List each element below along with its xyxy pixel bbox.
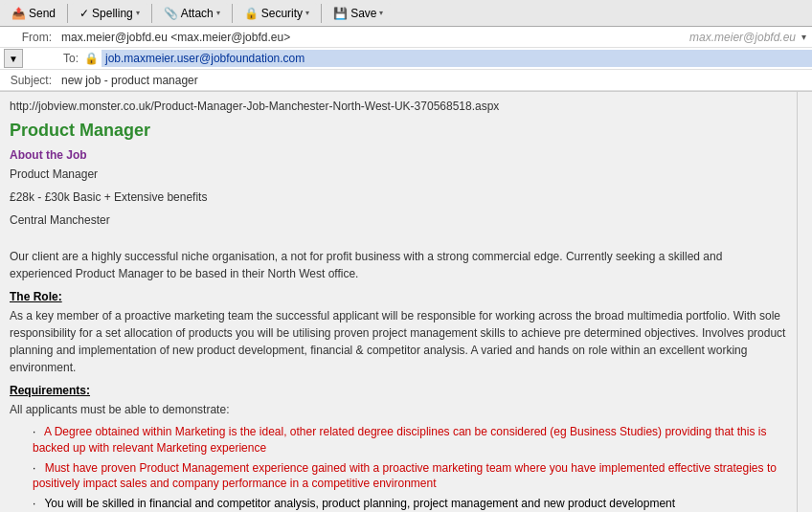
job-title: Product Manager (10, 121, 787, 141)
job-details-line3: Central Manchester (10, 211, 787, 229)
from-value: max.meier@jobfd.eu <max.meier@jobfd.eu> (57, 29, 686, 46)
list-item: You will be skilled in financial and com… (33, 496, 787, 512)
send-icon: 📤 (11, 7, 26, 20)
save-icon: 💾 (333, 7, 348, 20)
toolbar: 📤 Send ✓ Spelling ▾ 📎 Attach ▾ 🔒 Securit… (0, 0, 812, 27)
separator3 (232, 4, 233, 23)
job-details-line2: £28k - £30k Basic + Extensive benefits (10, 189, 787, 206)
intro-para: Our client are a highly successful niche… (10, 248, 787, 282)
bullet-list: A Degree obtained within Marketing is th… (25, 424, 787, 512)
job-details-line1: Product Manager (10, 166, 787, 183)
spelling-dropdown-arrow[interactable]: ▾ (136, 9, 140, 17)
security-icon: 🔒 (244, 7, 259, 20)
bullet-1: A Degree obtained within Marketing is th… (33, 425, 766, 455)
role-para: As a key member of a proactive marketing… (10, 307, 787, 376)
from-row: From: max.meier@jobfd.eu <max.meier@jobf… (0, 27, 812, 48)
to-label: To: (27, 52, 84, 65)
attach-button[interactable]: 📎 Attach ▾ (156, 3, 228, 24)
send-button[interactable]: 📤 Send (4, 3, 63, 24)
save-button[interactable]: 💾 Save ▾ (326, 3, 391, 24)
separator2 (151, 4, 152, 23)
from-italic: max.meier@jobfd.eu (689, 31, 796, 44)
role-heading: The Role: (10, 290, 787, 303)
list-item: Must have proven Product Management expe… (33, 460, 787, 493)
header-area: From: max.meier@jobfd.eu <max.meier@jobf… (0, 27, 812, 92)
separator4 (321, 4, 322, 23)
to-expand-button[interactable]: ▼ (4, 49, 23, 68)
attach-icon: 📎 (164, 7, 178, 20)
email-container: http://jobview.monster.co.uk/Product-Man… (0, 92, 812, 512)
save-dropdown-arrow[interactable]: ▾ (379, 9, 383, 17)
security-dropdown-arrow[interactable]: ▾ (305, 9, 309, 17)
subject-input[interactable] (57, 72, 812, 89)
req-heading: Requirements: (10, 384, 787, 397)
about-heading: About the Job (10, 148, 787, 162)
email-body[interactable]: http://jobview.monster.co.uk/Product-Man… (0, 92, 797, 512)
list-item: A Degree obtained within Marketing is th… (33, 424, 787, 456)
subject-row: Subject: (0, 70, 812, 91)
bullet-3: You will be skilled in financial and com… (44, 497, 675, 510)
bullet-2: Must have proven Product Management expe… (33, 461, 777, 491)
subject-label: Subject: (0, 74, 57, 87)
spelling-button[interactable]: ✓ Spelling ▾ (72, 3, 147, 24)
from-dropdown-arrow[interactable]: ▾ (796, 30, 812, 44)
attach-dropdown-arrow[interactable]: ▾ (216, 9, 220, 17)
scrollbar[interactable] (797, 92, 812, 512)
security-button[interactable]: 🔒 Security ▾ (237, 3, 317, 24)
lock-icon: 🔒 (84, 52, 99, 65)
separator (67, 4, 68, 23)
from-label: From: (0, 31, 57, 44)
url-line: http://jobview.monster.co.uk/Product-Man… (10, 100, 787, 113)
to-value[interactable]: job.maxmeier.user@jobfoundation.com (102, 50, 812, 67)
to-row: ▼ To: 🔒 job.maxmeier.user@jobfoundation.… (0, 48, 812, 70)
req-subheading: All applicants must be able to demonstra… (10, 401, 787, 418)
spelling-icon: ✓ (79, 7, 89, 20)
